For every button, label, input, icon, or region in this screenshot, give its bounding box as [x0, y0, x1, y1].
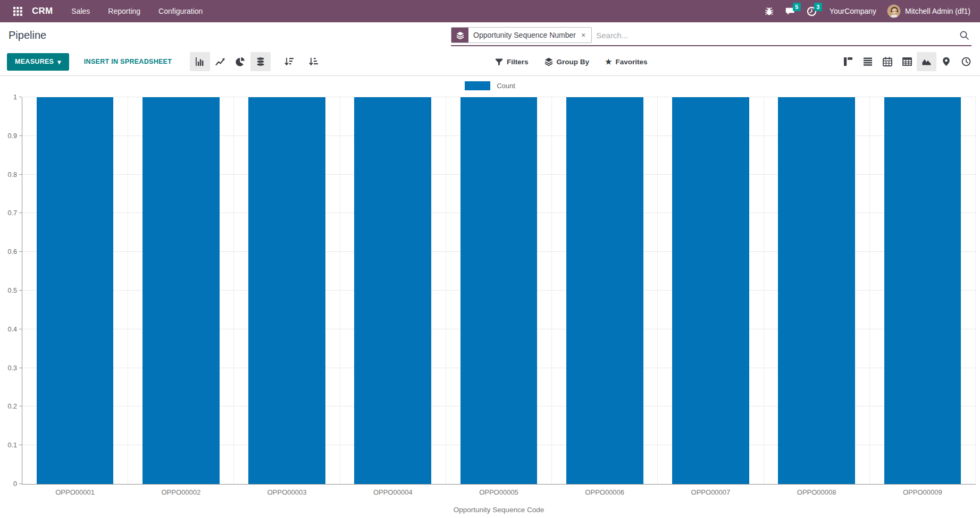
bar-OPPO00002[interactable]	[143, 97, 220, 484]
line-chart-icon	[215, 57, 225, 66]
apps-menu-icon[interactable]	[9, 2, 27, 20]
activities-count-badge: 3	[814, 3, 822, 11]
grid-icon	[13, 7, 22, 16]
legend-item-count[interactable]: Count	[0, 81, 980, 90]
activity-view-button[interactable]	[956, 52, 976, 71]
insert-in-spreadsheet-button[interactable]: INSERT IN SPREADSHEET	[81, 53, 175, 70]
y-tick-mark	[19, 406, 22, 406]
bar-OPPO00006[interactable]	[566, 97, 643, 484]
avatar	[887, 4, 901, 18]
x-tick-label: OPPO00009	[870, 488, 975, 496]
category-column: OPPO00002	[128, 97, 234, 484]
bar-OPPO00007[interactable]	[672, 97, 749, 484]
messages-count-badge: 5	[793, 3, 801, 11]
kanban-icon	[843, 57, 853, 66]
search-input[interactable]	[596, 31, 952, 40]
page-title: Pipeline	[9, 22, 46, 48]
y-tick-label: 0.6	[8, 249, 17, 255]
bar-OPPO00001[interactable]	[37, 97, 114, 484]
pivot-view-button[interactable]	[897, 52, 917, 71]
x-tick-label: OPPO00007	[658, 488, 763, 496]
toolbar-left: MEASURES ▾ INSERT IN SPREADSHEET	[7, 48, 324, 75]
debug-menu-button[interactable]	[760, 2, 778, 20]
line-chart-button[interactable]	[210, 52, 230, 71]
pie-chart-button[interactable]	[230, 52, 250, 71]
filters-label: Filters	[507, 58, 529, 66]
menu-reporting[interactable]: Reporting	[99, 0, 149, 22]
bar-OPPO00009[interactable]	[884, 97, 961, 484]
filters-button[interactable]: Filters	[495, 58, 529, 66]
bar-OPPO00004[interactable]	[354, 97, 431, 484]
search-bar: Opportunity Sequence Number ×	[451, 25, 971, 46]
sort-desc-icon	[284, 57, 294, 66]
group-by-button[interactable]: Group By	[545, 57, 590, 66]
sort-descending-button[interactable]	[279, 52, 299, 71]
x-tick-label: OPPO00001	[22, 488, 128, 496]
x-tick-label: OPPO00005	[446, 488, 551, 496]
y-tick-mark	[19, 368, 22, 368]
list-icon	[863, 57, 873, 66]
activities-button[interactable]: 3	[803, 2, 821, 20]
y-tick-label: 0.8	[8, 172, 17, 178]
x-tick-label: OPPO00003	[234, 488, 339, 496]
bar-chart-icon	[195, 57, 205, 66]
control-panel-top: Pipeline Opportunity Sequence Number ×	[0, 22, 980, 48]
bar-OPPO00005[interactable]	[460, 97, 538, 484]
menu-sales[interactable]: Sales	[62, 0, 99, 22]
menu-configuration[interactable]: Configuration	[149, 0, 212, 22]
area-graph-icon	[922, 57, 932, 66]
facet-remove-icon[interactable]: ×	[580, 30, 587, 40]
x-tick-label: OPPO00008	[764, 488, 869, 496]
search-facet-groupby[interactable]: Opportunity Sequence Number ×	[451, 27, 592, 43]
graph-view: Count 00.10.20.30.40.50.60.70.80.91 OPPO…	[0, 76, 980, 518]
company-switcher[interactable]: YourCompany	[824, 7, 884, 15]
bar-OPPO00008[interactable]	[778, 97, 855, 484]
y-tick-label: 0	[13, 481, 17, 487]
bar-OPPO00003[interactable]	[248, 97, 325, 484]
navbar-right: 5 3 YourCompany	[760, 2, 971, 20]
y-tick-label: 0.1	[8, 442, 17, 448]
group-by-label: Group By	[557, 58, 590, 66]
x-tick-label: OPPO00002	[128, 488, 233, 496]
sort-buttons	[279, 52, 324, 71]
star-icon: ★	[605, 58, 612, 65]
y-tick-mark	[19, 174, 22, 175]
y-tick-mark	[19, 213, 22, 213]
bars-container: OPPO00001OPPO00002OPPO00003OPPO00004OPPO…	[22, 97, 976, 484]
category-column: OPPO00007	[658, 97, 764, 484]
plot-area: 00.10.20.30.40.50.60.70.80.91 OPPO00001O…	[22, 97, 976, 485]
y-tick-label: 0.4	[8, 326, 17, 333]
favorites-button[interactable]: ★ Favorites	[605, 58, 648, 66]
messages-button[interactable]: 5	[782, 2, 800, 20]
y-tick-label: 0.5	[8, 287, 17, 294]
app-name[interactable]: CRM	[31, 6, 58, 16]
calendar-view-button[interactable]	[877, 52, 897, 71]
graph-view-button[interactable]	[917, 52, 936, 71]
facet-body: Opportunity Sequence Number ×	[468, 28, 591, 43]
y-tick-label: 1	[13, 94, 17, 100]
sort-ascending-button[interactable]	[304, 52, 324, 71]
y-tick-label: 0.7	[8, 210, 17, 216]
navbar-left: CRM Sales Reporting Configuration	[9, 0, 212, 22]
x-axis-title: Opportunity Sequence Code	[22, 506, 976, 514]
facet-label: Opportunity Sequence Number	[473, 31, 576, 39]
bar-chart-button[interactable]	[190, 52, 210, 71]
group-by-layers-icon	[545, 57, 553, 66]
y-tick-mark	[19, 483, 22, 484]
measures-label: MEASURES	[15, 58, 54, 65]
chart-type-switcher	[190, 52, 271, 71]
calendar-icon	[883, 57, 892, 66]
user-menu[interactable]: Mitchell Admin (df1)	[887, 4, 971, 18]
stacked-toggle-button[interactable]	[250, 52, 271, 71]
measures-button[interactable]: MEASURES ▾	[7, 53, 69, 71]
map-view-button[interactable]	[936, 52, 956, 71]
category-column: OPPO00001	[22, 97, 128, 484]
sort-asc-icon	[309, 57, 319, 66]
y-tick-label: 0.9	[8, 133, 17, 139]
layers-icon	[451, 28, 468, 43]
caret-down-icon: ▾	[57, 58, 61, 66]
activity-clock-icon	[961, 57, 971, 66]
list-view-button[interactable]	[858, 52, 877, 71]
search-submit[interactable]	[956, 30, 971, 40]
kanban-view-button[interactable]	[838, 52, 858, 71]
